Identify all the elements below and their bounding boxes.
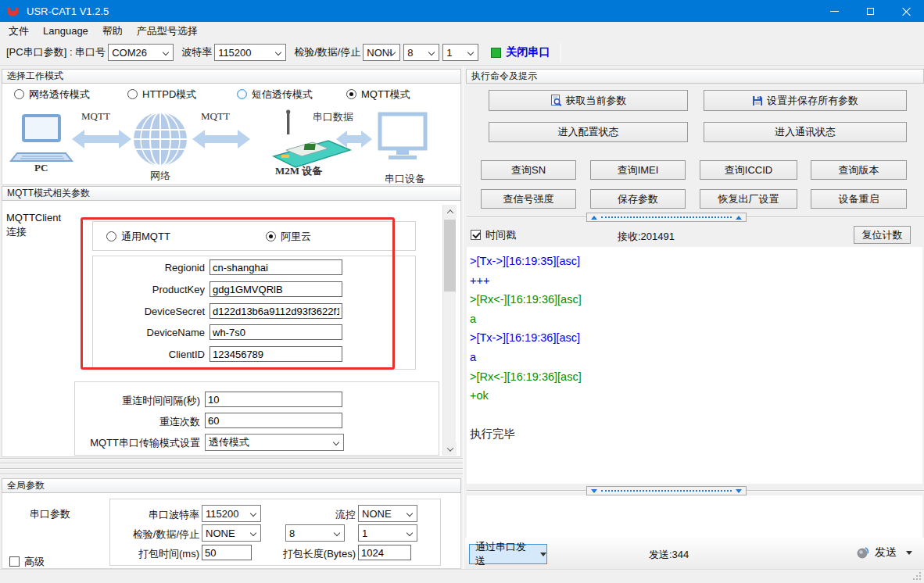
com-port-value: COM26 xyxy=(112,47,147,59)
enter-comm-button[interactable]: 进入通讯状态 xyxy=(704,122,907,142)
globe-icon xyxy=(134,113,187,166)
flow-combo[interactable]: NONE xyxy=(358,505,417,522)
serial-device-label: 串口设备 xyxy=(385,172,425,186)
minimize-button[interactable] xyxy=(816,0,852,22)
log-line: +++ xyxy=(470,271,922,291)
clientid-input[interactable] xyxy=(210,346,342,362)
timestamp-checkbox[interactable]: 时间戳 xyxy=(471,228,516,242)
log-splitter-handle[interactable] xyxy=(586,213,747,222)
log-output-area[interactable]: >[Tx->][16:19:35][asc] +++ >[Rx<-][16:19… xyxy=(467,247,922,484)
pc-label: PC xyxy=(34,162,48,174)
radio-aliyun[interactable]: 阿里云 xyxy=(266,230,311,244)
dropdown-arrow-icon xyxy=(906,551,912,555)
link2-label: MQTT xyxy=(201,110,230,123)
checkbox-icon xyxy=(9,556,20,567)
get-params-button[interactable]: 获取当前参数 xyxy=(489,90,688,111)
close-icon xyxy=(902,7,911,16)
packlen-input[interactable] xyxy=(358,545,411,560)
global-databits-combo[interactable]: 8 xyxy=(285,524,345,542)
transfer-mode-label: MQTT串口传输模式设置 xyxy=(47,436,200,450)
scrollbar-down-icon[interactable] xyxy=(443,442,457,456)
workmode-header: 选择工作模式 xyxy=(2,69,461,84)
reconnect-interval-input[interactable] xyxy=(205,392,342,407)
command-header: 执行命令及提示 xyxy=(466,69,924,84)
radio-sms-mode[interactable]: 短信透传模式 xyxy=(237,88,313,102)
packtime-input[interactable] xyxy=(202,545,252,560)
set-save-params-button[interactable]: 设置并保存所有参数 xyxy=(704,90,907,111)
radio-icon xyxy=(266,231,276,241)
flow-label: 流控 xyxy=(305,508,356,522)
com-port-combo[interactable]: COM26 xyxy=(108,44,174,61)
save-params-button[interactable]: 保存参数 xyxy=(590,189,686,209)
radio-net-mode[interactable]: 网络透传模式 xyxy=(14,88,90,102)
dropdown-arrow-icon xyxy=(540,553,546,556)
devicesecret-input[interactable] xyxy=(210,303,342,319)
advanced-checkbox[interactable]: 高级 xyxy=(9,555,45,569)
query-imei-button[interactable]: 查询IMEI xyxy=(590,160,686,180)
clientid-label: ClientID xyxy=(78,349,205,360)
productkey-input[interactable] xyxy=(210,281,342,297)
m2m-label: M2M 设备 xyxy=(275,164,322,178)
device-restart-button[interactable]: 设备重启 xyxy=(811,189,907,209)
query-sn-button[interactable]: 查询SN xyxy=(481,160,576,180)
maximize-button[interactable] xyxy=(852,0,888,22)
left-splitter[interactable] xyxy=(0,468,463,470)
radio-mqtt-mode[interactable]: MQTT模式 xyxy=(346,88,410,102)
link-arrow-icon xyxy=(192,130,250,148)
log-line: >[Tx->][16:19:36][asc] xyxy=(470,328,922,348)
send-splitter-handle[interactable] xyxy=(586,486,747,495)
close-port-button[interactable]: 关闭串口 xyxy=(506,45,550,59)
resize-grip-icon[interactable] xyxy=(913,572,921,580)
left-splitter[interactable] xyxy=(0,458,463,460)
mqtt-scrollbar[interactable] xyxy=(442,205,456,456)
close-button[interactable] xyxy=(888,0,924,22)
menu-file[interactable]: 文件 xyxy=(2,22,36,41)
devicename-label: DeviceName xyxy=(78,327,205,338)
stopbits-combo[interactable]: 1 xyxy=(442,44,478,61)
factory-reset-button[interactable]: 恢复出厂设置 xyxy=(700,189,797,209)
title-bar: USR-CAT1 V1.2.5 xyxy=(0,0,924,22)
left-splitter[interactable] xyxy=(0,474,463,475)
send-button[interactable]: 发送 xyxy=(856,545,912,560)
send-input-area[interactable] xyxy=(467,495,922,538)
query-version-button[interactable]: 查询版本 xyxy=(811,160,907,180)
devicename-input[interactable] xyxy=(210,324,342,340)
window-title: USR-CAT1 V1.2.5 xyxy=(27,5,816,17)
link-arrow-icon xyxy=(336,131,372,148)
parity-combo[interactable]: NONI xyxy=(363,44,400,61)
laptop-icon xyxy=(11,116,72,161)
radio-icon xyxy=(346,89,356,99)
transfer-mode-combo[interactable]: 透传模式 xyxy=(205,434,344,451)
reset-counter-button[interactable]: 复位计数 xyxy=(854,226,911,244)
global-parity-combo[interactable]: NONE xyxy=(202,524,261,542)
databits-value: 8 xyxy=(407,47,413,59)
recv-counter: 接收:201491 xyxy=(618,230,675,244)
reconnect-count-input[interactable] xyxy=(205,413,342,428)
send-mode-dropdown[interactable]: 通过串口发送 xyxy=(469,544,547,564)
log-line: >[Tx->][16:19:35][asc] xyxy=(470,252,922,271)
toolbar-separator xyxy=(560,43,561,62)
menu-language[interactable]: Language xyxy=(36,23,95,39)
query-signal-button[interactable]: 查信号强度 xyxy=(481,189,576,209)
scrollbar-up-icon[interactable] xyxy=(443,205,457,218)
global-baud-combo[interactable]: 115200 xyxy=(202,505,261,522)
link3-label: 串口数据 xyxy=(313,110,353,124)
maximize-icon xyxy=(867,8,874,15)
menu-help[interactable]: 帮助 xyxy=(95,22,130,41)
radio-httpd-mode[interactable]: HTTPD模式 xyxy=(127,88,196,102)
global-stopbits-combo[interactable]: 1 xyxy=(358,524,417,542)
query-iccid-button[interactable]: 查询ICCID xyxy=(700,160,797,180)
column-divider xyxy=(463,66,464,569)
left-splitter[interactable] xyxy=(0,463,463,464)
enter-config-button[interactable]: 进入配置状态 xyxy=(489,122,688,142)
scrollbar-thumb[interactable] xyxy=(444,220,456,292)
net-label: 网络 xyxy=(150,169,170,183)
radio-generic-mqtt[interactable]: 通用MQTT xyxy=(106,230,170,244)
databits-combo[interactable]: 8 xyxy=(403,44,439,61)
baud-combo[interactable]: 115200 xyxy=(214,44,286,61)
regionid-input[interactable] xyxy=(210,259,342,275)
app-window: USR-CAT1 V1.2.5 文件 Language 帮助 产品型号选择 [P… xyxy=(0,0,924,583)
menu-product-model[interactable]: 产品型号选择 xyxy=(130,22,205,41)
save-disk-icon xyxy=(752,95,763,106)
checkbox-icon xyxy=(471,230,481,240)
